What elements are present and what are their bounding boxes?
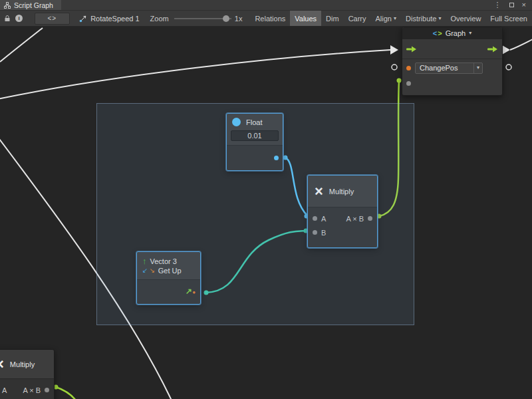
changepos-dropdown-value: ChangePos [420, 64, 458, 72]
flow-in-arrow-icon[interactable] [406, 45, 417, 53]
vector3-output-port[interactable]: ↗● [186, 287, 196, 295]
float-node-body [227, 146, 283, 170]
graph-extra-port[interactable] [406, 81, 411, 86]
graph-name: RotateSpeed 1 [90, 15, 139, 23]
wire-offscreen-top-left[interactable] [0, 28, 43, 62]
value-port-circle-left[interactable] [392, 65, 397, 70]
getup-arrow-right-icon: ↘ [149, 267, 154, 274]
vector3-getup-node[interactable]: ↑ Vector 3 ↙ ↘ Get Up ↗● [136, 251, 201, 305]
fullscreen-button[interactable]: Full Screen [485, 11, 532, 27]
window-controls: ⋮ × [494, 0, 532, 10]
vector3-node-subtitle: Get Up [158, 267, 182, 275]
float-value-input[interactable]: 0.01 [231, 130, 279, 141]
wire-partial-multiply-out[interactable] [56, 387, 76, 399]
multiply-output-label: A × B [346, 215, 364, 223]
zoom-value: 1x [235, 15, 243, 23]
chevron-down-icon: ▾ [469, 31, 471, 36]
multiply-input-b-label: B [321, 229, 326, 237]
titlebar: Script Graph ⋮ × [0, 0, 532, 11]
partial-multiply-title: Multiply [10, 360, 35, 368]
graph-toolbar: i <> RotateSpeed 1 Zoom 1x Relations Val… [0, 11, 532, 27]
partial-multiply-output-label: A × B [23, 386, 41, 394]
zoom-label: Zoom [150, 15, 169, 23]
tab-script-graph[interactable]: Script Graph [0, 0, 61, 10]
multiply-icon: × [315, 184, 323, 199]
multiply-node-title: Multiply [329, 188, 354, 196]
vector3-node-header: ↑ Vector 3 ↙ ↘ Get Up [137, 252, 200, 280]
partial-multiply-header: × Multiply [0, 350, 54, 379]
window-menu-icon[interactable]: ⋮ [494, 1, 501, 9]
changepos-input-port[interactable] [406, 66, 411, 70]
multiply-icon: × [0, 357, 4, 372]
float-node-title: Float [246, 118, 262, 126]
script-graph-icon [4, 2, 11, 9]
wire-getup-to-multiply-b[interactable] [206, 231, 307, 293]
chevron-down-icon: ▾ [438, 16, 441, 21]
carry-button[interactable]: Carry [344, 11, 371, 27]
wire-end-dot [283, 156, 288, 160]
flow-arrow-out-icon [502, 45, 510, 55]
info-icon[interactable]: i [15, 12, 24, 25]
maximize-icon[interactable] [509, 3, 514, 7]
graph-value-row: ChangePos ▾ [402, 59, 502, 76]
partial-multiply-output-port[interactable] [45, 388, 49, 392]
zoom-slider[interactable] [174, 15, 231, 23]
visual-script-icon: <> [433, 29, 442, 37]
vector3-node-title: Vector 3 [150, 257, 177, 265]
script-graph-canvas[interactable]: Float 0.01 × Multiply A A × B B [0, 0, 532, 399]
flow-out-arrow-icon[interactable] [487, 45, 498, 53]
multiply-row-b: B [308, 225, 377, 239]
wire-control-flow-out[interactable] [510, 39, 532, 50]
partial-multiply-body: A A × B [0, 379, 54, 399]
changepos-dropdown[interactable]: ChangePos ▾ [415, 63, 483, 74]
multiply-row-a: A A × B [308, 211, 377, 225]
multiply-node-body: A A × B B [308, 207, 377, 247]
distribute-button[interactable]: Distribute▾ [401, 11, 446, 27]
graph-node-title: Graph [446, 29, 466, 37]
multiply-input-a-label: A [321, 215, 326, 223]
multiply-input-b-port[interactable] [313, 230, 317, 235]
graph-extra-port-row [402, 76, 502, 90]
multiply-input-a-port[interactable] [313, 216, 317, 221]
code-view-button[interactable]: <> [35, 13, 70, 25]
flow-arrow-in-icon [390, 45, 398, 55]
close-icon[interactable]: × [522, 1, 526, 9]
wire-multiply-to-changepos[interactable] [379, 81, 399, 216]
multiply-node-partial[interactable]: × Multiply A A × B [0, 349, 55, 399]
float-node[interactable]: Float 0.01 [226, 113, 283, 171]
graph-unit-node[interactable]: <> Graph ▾ ChangePos ▾ [402, 27, 503, 96]
value-port-circle-right[interactable] [506, 65, 511, 70]
wire-control-flow-in[interactable] [0, 50, 390, 100]
partial-multiply-input-a-label: A [2, 386, 7, 394]
zoom-slider-handle[interactable] [223, 15, 229, 22]
wire-float-to-multiply-a[interactable] [285, 158, 307, 215]
overview-button[interactable]: Overview [446, 11, 486, 27]
chevron-down-icon: ▾ [394, 16, 396, 21]
wire-end-dot [204, 291, 209, 295]
graph-breadcrumb[interactable]: RotateSpeed 1 [79, 15, 139, 23]
dim-button[interactable]: Dim [321, 11, 344, 27]
tab-title: Script Graph [14, 1, 53, 9]
lock-icon[interactable] [3, 12, 12, 25]
chevron-down-icon: ▾ [473, 63, 479, 73]
values-button[interactable]: Values [290, 11, 321, 27]
float-output-port[interactable] [274, 156, 279, 160]
relations-button[interactable]: Relations [250, 11, 290, 27]
multiply-node[interactable]: × Multiply A A × B B [307, 175, 378, 248]
vector3-icon: ↑ [142, 257, 147, 265]
float-node-header: Float 0.01 [227, 114, 283, 146]
multiply-output-port[interactable] [368, 216, 372, 221]
wire-end-dot [397, 78, 402, 83]
align-button[interactable]: Align▾ [371, 11, 401, 27]
getup-arrow-left-icon: ↙ [142, 267, 148, 274]
graph-node-header[interactable]: <> Graph ▾ [402, 27, 502, 39]
graph-flow-row [402, 39, 502, 59]
multiply-node-header: × Multiply [308, 176, 377, 207]
graph-asset-icon [79, 15, 87, 23]
vector3-node-body: ↗● [137, 280, 200, 304]
float-type-icon [232, 118, 241, 126]
partial-multiply-row-a: A A × B [0, 383, 54, 397]
